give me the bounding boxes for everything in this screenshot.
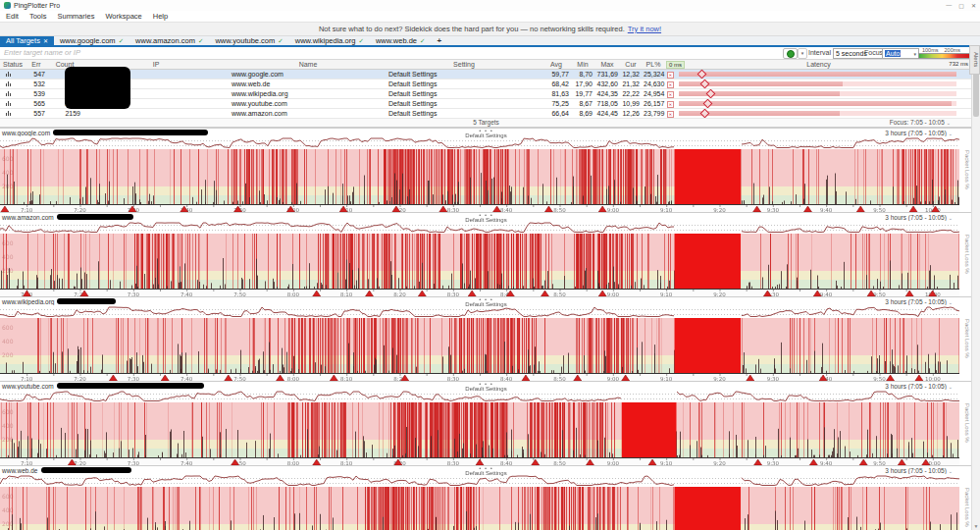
setting-value[interactable]: Default Settings xyxy=(387,89,542,98)
target-tab[interactable]: www.amazon.com ✓ xyxy=(129,36,209,45)
timeline-graph-canvas[interactable] xyxy=(0,136,959,212)
col-status[interactable]: Status xyxy=(0,60,26,69)
timeline-graph-section: www.wikipedia.org 3 hours (7:05 - 10:05)… xyxy=(0,296,972,381)
timeline-graph-section: www.youtube.com 3 hours (7:05 - 10:05)⌄ … xyxy=(0,381,972,465)
graph-target-name[interactable]: www.web.de xyxy=(2,467,38,474)
max-value: 432,60 xyxy=(594,80,620,88)
cur-value: 12,32 xyxy=(620,70,642,79)
table-row[interactable]: 565 2160 www.youtube.com Default Setting… xyxy=(0,99,972,109)
graph-settings-handle[interactable]: • • • Default Settings xyxy=(463,129,508,138)
time-range-dropdown[interactable]: 3 hours (7:05 - 10:05)⌄ xyxy=(885,214,953,221)
col-setting[interactable]: Setting xyxy=(387,60,542,69)
menu-workspace[interactable]: Workspace xyxy=(105,12,141,21)
tab-label: www.youtube.com xyxy=(215,36,275,45)
scroll-down-icon[interactable]: ▼ xyxy=(972,522,980,530)
table-row[interactable]: 547 2160 www.google.com Default Settings… xyxy=(0,70,972,80)
close-button[interactable]: ✕ xyxy=(971,2,976,9)
tab-all-targets[interactable]: All Targets ✕ xyxy=(0,36,54,45)
col-avg[interactable]: Avg xyxy=(542,60,571,69)
target-filter-input[interactable] xyxy=(0,47,773,58)
time-range-dropdown[interactable]: 3 hours (7:05 - 10:05)⌄ xyxy=(885,298,953,305)
graph-settings-label: Default Settings xyxy=(463,217,508,223)
col-pl[interactable]: PL% xyxy=(642,60,665,69)
start-trace-dropdown[interactable]: ▾ xyxy=(798,48,807,59)
add-target-tab-button[interactable]: + xyxy=(431,36,447,45)
timeline-graph-canvas[interactable] xyxy=(0,221,959,296)
packet-loss-value: 24,954 xyxy=(642,89,665,98)
control-row: ▾ Interval 5 seconds ▾ Focus Auto ▾ 100m… xyxy=(0,47,980,60)
latency-bar-track xyxy=(679,72,956,77)
table-row[interactable]: 532 2160 www.web.de Default Settings 68,… xyxy=(0,80,972,89)
menu-bar: Edit Tools Summaries Workspace Help xyxy=(0,11,980,22)
target-tab[interactable]: www.wikipedia.org ✓ xyxy=(289,36,370,45)
redacted-ip xyxy=(57,298,116,304)
tab-label: www.wikipedia.org xyxy=(295,36,356,45)
avg-value: 66,64 xyxy=(542,109,571,118)
target-name: www.youtube.com xyxy=(230,99,387,108)
err-value: 539 xyxy=(26,89,47,98)
table-row[interactable]: 539 2160 www.wikipedia.org Default Setti… xyxy=(0,89,972,99)
col-max[interactable]: Max xyxy=(594,60,620,69)
window-title: PingPlotter Pro xyxy=(14,2,60,9)
timeline-graph-canvas[interactable] xyxy=(0,305,959,381)
graph-settings-handle[interactable]: • • • Default Settings xyxy=(463,466,508,476)
setting-value[interactable]: Default Settings xyxy=(387,109,542,118)
status-graph-icon xyxy=(6,80,11,86)
minimize-button[interactable]: — xyxy=(946,2,952,9)
table-header-row: Status Err Count IP Name Setting Avg Min… xyxy=(0,60,972,70)
alerts-side-tab[interactable]: Alerts xyxy=(969,45,980,75)
focus-range-dropdown[interactable]: Focus: 7:05 - 10:05⌄ xyxy=(890,119,951,127)
loss-x-marker: ✕ xyxy=(667,81,674,88)
app-icon xyxy=(4,2,11,9)
graph-target-name[interactable]: www.google.com xyxy=(2,130,50,136)
target-tab[interactable]: www.web.de ✓ xyxy=(370,36,432,45)
count-value: 2159 xyxy=(47,109,82,118)
packet-loss-value: 26,157 xyxy=(642,99,665,108)
timeline-graph-canvas[interactable] xyxy=(0,474,959,530)
timeline-graph-section: www.amazon.com 3 hours (7:05 - 10:05)⌄ •… xyxy=(0,212,972,296)
cur-value: 10,99 xyxy=(620,99,642,108)
graph-target-name[interactable]: www.amazon.com xyxy=(2,214,54,221)
target-tab[interactable]: www.youtube.com ✓ xyxy=(209,36,288,45)
max-value: 731,69 xyxy=(594,70,620,79)
time-range-dropdown[interactable]: 3 hours (7:05 - 10:05)⌄ xyxy=(885,467,953,474)
latency-bar-track xyxy=(679,81,956,86)
setting-value[interactable]: Default Settings xyxy=(387,80,542,88)
avg-value: 81,63 xyxy=(542,89,571,98)
col-name[interactable]: Name xyxy=(230,60,387,69)
timeline-graph-canvas[interactable] xyxy=(0,390,959,465)
graph-target-name[interactable]: www.youtube.com xyxy=(2,383,54,390)
target-tab[interactable]: www.google.com ✓ xyxy=(54,36,129,45)
status-graph-icon xyxy=(6,90,11,96)
min-value: 8,69 xyxy=(571,109,594,118)
graph-settings-handle[interactable]: • • • Default Settings xyxy=(463,213,508,223)
close-tab-icon[interactable]: ✕ xyxy=(43,37,48,44)
start-trace-button[interactable] xyxy=(783,48,798,59)
time-range-dropdown[interactable]: 3 hours (7:05 - 10:05)⌄ xyxy=(885,383,953,390)
graph-settings-handle[interactable]: • • • Default Settings xyxy=(463,382,508,392)
time-range-dropdown[interactable]: 3 hours (7:05 - 10:05)⌄ xyxy=(885,130,953,136)
packet-loss-value: 24,630 xyxy=(642,80,665,88)
try-it-now-link[interactable]: Try it now! xyxy=(628,25,661,33)
graph-target-name[interactable]: www.wikipedia.org xyxy=(2,298,54,305)
vertical-scrollbar[interactable]: ▲ ▼ xyxy=(971,57,980,530)
err-value: 532 xyxy=(26,80,47,88)
focus-select[interactable]: Auto ▾ xyxy=(882,48,919,59)
redacted-ip xyxy=(53,130,208,135)
graph-settings-label: Default Settings xyxy=(463,132,508,138)
setting-value[interactable]: Default Settings xyxy=(387,99,542,108)
col-cur[interactable]: Cur xyxy=(620,60,642,69)
timeline-graph-section: www.web.de 3 hours (7:05 - 10:05)⌄ • • •… xyxy=(0,465,972,530)
menu-summaries[interactable]: Summaries xyxy=(57,12,94,21)
maximize-button[interactable]: ▢ xyxy=(958,2,964,9)
graph-settings-handle[interactable]: • • • Default Settings xyxy=(463,297,508,307)
menu-help[interactable]: Help xyxy=(153,12,168,21)
menu-tools[interactable]: Tools xyxy=(29,12,47,21)
menu-edit[interactable]: Edit xyxy=(6,12,19,21)
tab-label: All Targets xyxy=(6,36,40,45)
table-row[interactable]: 557 2159 www.amazon.com Default Settings… xyxy=(0,109,972,119)
col-err[interactable]: Err xyxy=(26,60,47,69)
col-min[interactable]: Min xyxy=(571,60,594,69)
setting-value[interactable]: Default Settings xyxy=(387,70,542,79)
packet-loss-axis-label: Packet Loss % xyxy=(964,235,970,274)
